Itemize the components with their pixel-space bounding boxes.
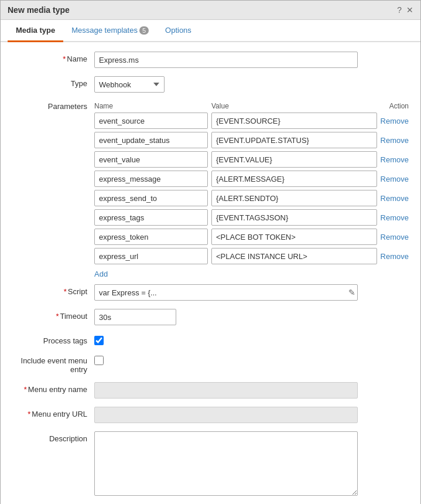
remove-param-link-2[interactable]: Remove — [381, 155, 409, 164]
param-rows-container: RemoveRemoveRemoveRemoveRemoveRemoveRemo… — [94, 113, 409, 264]
process-tags-label: Process tags — [12, 333, 94, 345]
new-media-type-dialog: New media type ? ✕ Media type Message te… — [0, 0, 421, 504]
script-input[interactable] — [94, 284, 358, 301]
menu-entry-url-label: *Menu entry URL — [12, 407, 94, 418]
type-select[interactable]: Webhook Email SMS — [94, 76, 165, 93]
table-row: Remove — [94, 132, 409, 148]
tab-options[interactable]: Options — [157, 20, 200, 42]
type-row: Type Webhook Email SMS — [12, 76, 409, 93]
header-icons: ? ✕ — [397, 5, 413, 15]
menu-entry-url-input[interactable] — [94, 407, 358, 423]
table-row: Remove — [94, 248, 409, 264]
param-value-input-3[interactable] — [211, 171, 377, 187]
script-edit-icon[interactable]: ✎ — [348, 288, 355, 297]
param-value-input-1[interactable] — [211, 132, 377, 148]
param-value-input-0[interactable] — [211, 113, 377, 129]
dialog-header: New media type ? ✕ — [1, 1, 420, 20]
menu-entry-name-label: *Menu entry name — [12, 382, 94, 394]
table-row: Remove — [94, 171, 409, 187]
process-tags-row: Process tags — [12, 333, 409, 345]
param-name-input-7[interactable] — [94, 248, 208, 264]
add-param-row: Add — [94, 267, 409, 278]
close-icon[interactable]: ✕ — [406, 5, 413, 15]
col-header-name: Name — [94, 102, 211, 110]
remove-param-link-0[interactable]: Remove — [381, 117, 409, 125]
table-row: Remove — [94, 113, 409, 129]
parameters-section: Parameters Name Value Action RemoveRemov… — [12, 101, 409, 278]
dialog-title: New media type — [8, 5, 70, 15]
table-row: Remove — [94, 209, 409, 226]
timeout-input[interactable] — [94, 309, 176, 325]
parameters-table: Name Value Action RemoveRemoveRemoveRemo… — [94, 101, 409, 278]
add-param-link[interactable]: Add — [94, 270, 108, 278]
description-row: Description — [12, 431, 409, 496]
script-label: *Script — [12, 284, 94, 296]
parameters-label: Parameters — [12, 101, 94, 111]
remove-param-link-5[interactable]: Remove — [381, 213, 409, 222]
include-event-checkbox[interactable] — [94, 356, 104, 365]
remove-param-link-1[interactable]: Remove — [381, 136, 409, 145]
param-value-input-7[interactable] — [211, 248, 377, 264]
process-tags-checkbox[interactable] — [94, 336, 104, 345]
script-container: ✎ — [94, 284, 358, 301]
menu-entry-name-input[interactable] — [94, 382, 358, 399]
remove-param-link-4[interactable]: Remove — [381, 194, 409, 203]
name-row: *Name — [12, 52, 409, 68]
param-name-input-2[interactable] — [94, 151, 208, 168]
name-required-star: * — [63, 55, 66, 63]
type-label: Type — [12, 76, 94, 88]
table-row: Remove — [94, 151, 409, 168]
remove-param-link-3[interactable]: Remove — [381, 175, 409, 183]
name-input[interactable] — [94, 52, 358, 68]
param-name-input-4[interactable] — [94, 190, 208, 206]
col-header-value: Value — [211, 102, 368, 110]
form-body: *Name Type Webhook Email SMS Parameters … — [1, 42, 420, 504]
name-label: *Name — [12, 52, 94, 63]
menu-entry-url-row: *Menu entry URL — [12, 407, 409, 423]
param-value-input-2[interactable] — [211, 151, 377, 168]
remove-param-link-6[interactable]: Remove — [381, 233, 409, 241]
param-name-input-6[interactable] — [94, 229, 208, 245]
include-event-label: Include event menu entry — [12, 353, 94, 374]
remove-param-link-7[interactable]: Remove — [381, 252, 409, 261]
menu-entry-name-row: *Menu entry name — [12, 382, 409, 399]
params-header: Name Value Action — [94, 101, 409, 113]
tab-bar: Media type Message templates5 Options — [1, 20, 420, 42]
tab-media-type[interactable]: Media type — [8, 20, 63, 42]
menu-url-required-star: * — [28, 410, 30, 418]
message-templates-badge: 5 — [139, 26, 149, 35]
tab-message-templates[interactable]: Message templates5 — [63, 20, 157, 42]
script-required-star: * — [64, 287, 67, 296]
process-tags-checkbox-wrapper — [94, 333, 104, 345]
col-header-action: Action — [368, 102, 409, 110]
param-value-input-6[interactable] — [211, 229, 377, 245]
param-name-input-5[interactable] — [94, 209, 208, 226]
timeout-label: *Timeout — [12, 309, 94, 321]
include-event-row: Include event menu entry — [12, 353, 409, 374]
param-name-input-3[interactable] — [94, 171, 208, 187]
menu-name-required-star: * — [24, 385, 27, 394]
param-name-input-0[interactable] — [94, 113, 208, 129]
timeout-row: *Timeout — [12, 309, 409, 325]
include-event-checkbox-wrapper — [94, 353, 104, 365]
table-row: Remove — [94, 229, 409, 245]
help-icon[interactable]: ? — [397, 5, 402, 15]
param-value-input-4[interactable] — [211, 190, 377, 206]
description-textarea[interactable] — [94, 431, 358, 496]
table-row: Remove — [94, 190, 409, 206]
script-row: *Script ✎ — [12, 284, 409, 301]
timeout-required-star: * — [56, 312, 59, 321]
param-name-input-1[interactable] — [94, 132, 208, 148]
param-value-input-5[interactable] — [211, 209, 377, 226]
description-label: Description — [12, 431, 94, 443]
